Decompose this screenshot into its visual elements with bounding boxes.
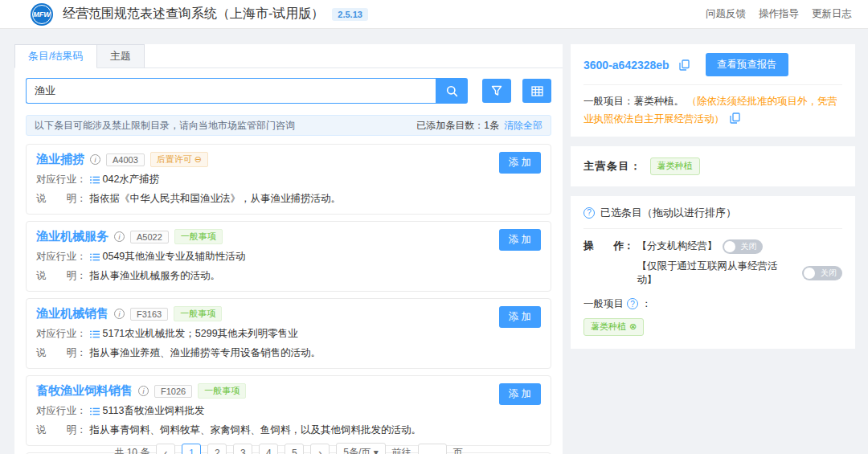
desc-label: 说 明： — [36, 346, 87, 360]
branch-operation-toggle[interactable]: 关闭 — [723, 239, 763, 254]
goto-page-input[interactable] — [418, 444, 447, 454]
page-suffix-label: 页 — [453, 446, 463, 454]
operation-label: 操 作： — [583, 239, 634, 287]
entry-code-badge: A4003 — [106, 153, 145, 166]
main-entry-label: 主营条目： — [583, 159, 642, 174]
pagination-page-5[interactable]: 5 — [285, 444, 304, 454]
pagination-page-4[interactable]: 4 — [259, 444, 278, 454]
industry-label: 对应行业： — [36, 327, 87, 341]
table-view-button[interactable] — [522, 79, 551, 103]
funnel-icon — [491, 85, 502, 96]
tab-bar: 条目/结果码 主题 — [14, 44, 563, 68]
selected-entry-tag[interactable]: 薯类种植 ⊗ — [583, 318, 644, 336]
toggle-knob — [804, 268, 815, 279]
entry-title[interactable]: 渔业机械销售 — [36, 306, 108, 321]
list-icon — [90, 253, 100, 261]
warning-banner: 以下条目可能涉及禁止限制目录，请向当地市场监管部门咨询 已添加条目数：1条 清除… — [26, 115, 551, 136]
info-icon[interactable]: i — [114, 231, 125, 242]
desc-value: 指从事渔业机械服务的活动。 — [90, 269, 221, 283]
header-links: 问题反馈 操作指导 更新日志 — [706, 7, 852, 21]
copy-icon[interactable] — [730, 112, 740, 124]
industry-value: 0549其他渔业专业及辅助性活动 — [103, 250, 246, 264]
desc-value: 指从事渔业养殖、渔业捕捞等专用设备销售的活动。 — [90, 346, 321, 360]
entry-code-badge: A5022 — [130, 231, 169, 243]
precheck-code: 3600-a642328eb — [583, 59, 669, 72]
remove-tag-icon[interactable]: ⊗ — [629, 321, 637, 332]
desc-value: 指从事青饲料、饲料牧草、家禽饲料、鱼饲料，以及其他饲料批发的活动。 — [90, 423, 422, 437]
search-input[interactable] — [26, 78, 436, 104]
pagination-page-2[interactable]: 2 — [207, 444, 227, 454]
result-list: 渔业捕捞 i A4003 后置许可 ⊖ 添 加 对应行业： 042水产捕捞 说 … — [14, 144, 563, 454]
industry-value: 5113畜牧渔业饲料批发 — [103, 404, 205, 418]
app-header: MFW 经营范围规范表述查询系统（上海市-试用版） 2.5.13 问题反馈 操作… — [0, 0, 868, 29]
internet-only-toggle[interactable]: 关闭 — [802, 266, 842, 280]
tab-entry-code[interactable]: 条目/结果码 — [14, 44, 97, 68]
view-report-button[interactable]: 查看预查报告 — [706, 53, 788, 76]
question-icon[interactable]: ? — [583, 207, 595, 219]
industry-value: 5171农业机械批发；5299其他未列明零售业 — [103, 327, 298, 341]
goto-label: 前往 — [392, 446, 411, 454]
general-project-label: 一般项目 — [583, 297, 624, 311]
industry-label: 对应行业： — [36, 404, 87, 418]
minus-circle-icon: ⊖ — [194, 154, 202, 165]
question-icon[interactable]: ? — [627, 298, 638, 309]
search-button[interactable] — [436, 78, 468, 104]
main-entry-card: 主营条目： 薯类种植 — [571, 146, 855, 186]
desc-label: 说 明： — [36, 269, 87, 283]
scope-preview: 一般项目：薯类种植。 （除依法须经批准的项目外，凭营业执照依法自主开展经营活动） — [583, 85, 842, 129]
precheck-card: 3600-a642328eb 查看预查报告 一般项目：薯类种植。 （除依法须经批… — [571, 44, 855, 137]
link-guide[interactable]: 操作指导 — [759, 7, 799, 21]
pagination-next-button[interactable]: › — [310, 444, 330, 454]
general-type-badge: 一般事项 — [198, 383, 246, 399]
entry-code-badge: F1026 — [154, 385, 192, 398]
page-title: 经营范围规范表述查询系统（上海市-试用版） — [63, 6, 324, 22]
search-icon — [446, 85, 458, 97]
list-icon — [90, 176, 100, 184]
info-icon[interactable]: i — [90, 154, 100, 165]
warning-text: 以下条目可能涉及禁止限制目录，请向当地市场监管部门咨询 — [35, 119, 295, 133]
general-type-badge: 一般事项 — [174, 306, 222, 321]
grid-icon — [531, 86, 543, 96]
result-card: 渔业捕捞 i A4003 后置许可 ⊖ 添 加 对应行业： 042水产捕捞 说 … — [26, 144, 551, 215]
permit-type-badge: 后置许可 ⊖ — [150, 152, 208, 167]
scope-text: 一般项目：薯类种植。 — [583, 96, 684, 107]
entry-title[interactable]: 渔业捕捞 — [36, 152, 84, 167]
app-logo-icon: MFW — [31, 3, 53, 26]
link-changelog[interactable]: 更新日志 — [812, 7, 852, 21]
info-icon[interactable]: i — [138, 386, 149, 396]
add-button[interactable]: 添 加 — [499, 306, 541, 328]
link-feedback[interactable]: 问题反馈 — [706, 7, 746, 21]
industry-value: 042水产捕捞 — [103, 173, 160, 186]
desc-value: 指依据《中华人民共和国渔业法》，从事渔业捕捞活动。 — [90, 192, 342, 206]
info-icon[interactable]: i — [114, 309, 125, 319]
pagination-prev-button[interactable]: ‹ — [156, 444, 175, 454]
copy-icon[interactable] — [679, 59, 690, 71]
industry-label: 对应行业： — [36, 250, 87, 264]
version-badge: 2.5.13 — [332, 8, 368, 21]
selection-panel: 3600-a642328eb 查看预查报告 一般项目：薯类种植。 （除依法须经批… — [571, 44, 855, 358]
pagination-page-3[interactable]: 3 — [233, 444, 252, 454]
add-button[interactable]: 添 加 — [499, 229, 541, 251]
filter-button[interactable] — [482, 79, 511, 103]
result-card: 渔业机械服务 i A5022 一般事项 添 加 对应行业： 0549其他渔业专业… — [26, 221, 551, 292]
branch-toggle-label: 【分支机构经营】 — [637, 239, 718, 253]
clear-all-link[interactable]: 清除全部 — [504, 119, 542, 133]
entry-title[interactable]: 畜牧渔业饲料销售 — [36, 383, 133, 399]
add-button[interactable]: 添 加 — [499, 152, 541, 174]
list-icon — [90, 330, 100, 338]
industry-label: 对应行业： — [36, 173, 87, 186]
entry-title[interactable]: 渔业机械服务 — [36, 229, 108, 244]
list-icon — [90, 407, 100, 415]
pagination: 共 10 条 ‹ 1 2 3 4 5 › 5条/页 ▾ 前往 页 — [14, 443, 563, 454]
selected-entries-title: 已选条目（拖动以进行排序） — [600, 206, 736, 220]
add-button[interactable]: 添 加 — [499, 383, 541, 405]
tab-topic[interactable]: 主题 — [97, 44, 145, 68]
pagination-total: 共 10 条 — [114, 446, 149, 454]
main-entry-tag[interactable]: 薯类种植 — [650, 157, 700, 175]
pagination-page-1[interactable]: 1 — [182, 444, 201, 454]
page-size-select[interactable]: 5条/页 ▾ — [336, 443, 385, 454]
results-panel: 条目/结果码 主题 以下条目可能涉及禁止限制目录，请向当地 — [14, 44, 563, 454]
internet-toggle-label: 【仅限于通过互联网从事经营活动】 — [637, 260, 798, 287]
result-card: 渔业机械销售 i F3163 一般事项 添 加 对应行业： 5171农业机械批发… — [26, 298, 551, 369]
selected-entries-card: ? 已选条目（拖动以进行排序） 操 作： 【分支机构经营】 关闭 【仅限于通过互… — [571, 196, 855, 349]
